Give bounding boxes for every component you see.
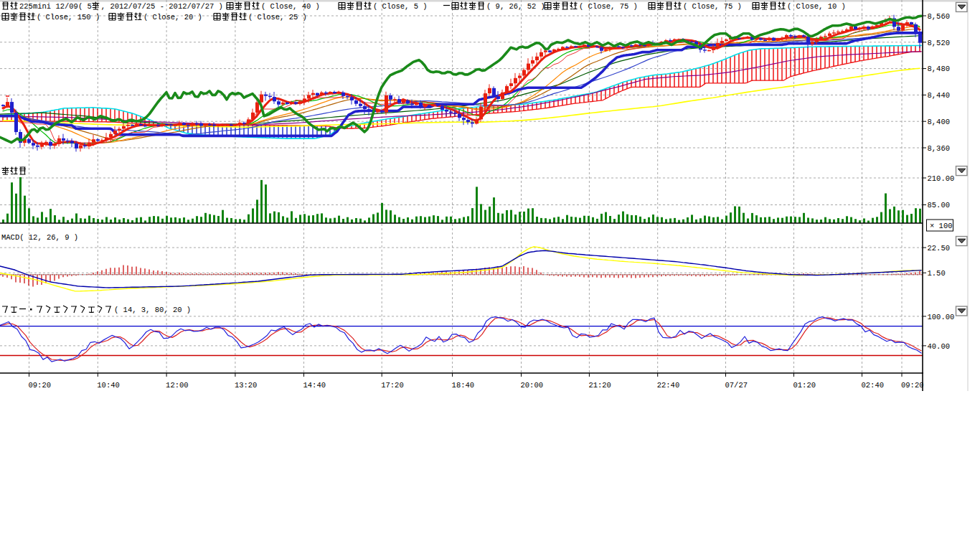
svg-text:× 100: × 100 — [930, 222, 953, 230]
svg-text:22:40: 22:40 — [657, 381, 680, 390]
svg-text:12:00: 12:00 — [166, 381, 189, 390]
svg-text:8,560: 8,560 — [928, 12, 951, 21]
svg-text:210.00: 210.00 — [928, 174, 955, 183]
svg-text:09:20: 09:20 — [901, 381, 924, 390]
svg-text:( Close, 25 ): ( Close, 25 ) — [248, 13, 307, 22]
svg-text:8,360: 8,360 — [928, 144, 951, 153]
svg-text:09:20: 09:20 — [29, 381, 52, 390]
svg-text:( Close, 75 ): ( Close, 75 ) — [683, 2, 742, 11]
svg-text:85.00: 85.00 — [928, 201, 951, 209]
svg-text:02:40: 02:40 — [862, 381, 885, 390]
svg-text:20:00: 20:00 — [521, 381, 544, 390]
svg-text:( Close, 10 ): ( Close, 10 ) — [787, 2, 846, 11]
svg-text:01:20: 01:20 — [793, 381, 816, 390]
svg-text:13:20: 13:20 — [235, 381, 258, 390]
svg-text:07/27: 07/27 — [725, 381, 748, 390]
svg-text:17:20: 17:20 — [381, 381, 404, 390]
svg-text:8,480: 8,480 — [928, 65, 951, 73]
svg-text:( 9, 26, 52 ): ( 9, 26, 52 ) — [486, 2, 545, 11]
svg-text:14:40: 14:40 — [303, 381, 326, 390]
svg-text:8,520: 8,520 — [928, 39, 951, 47]
svg-text:22.50: 22.50 — [928, 244, 951, 253]
svg-text:( Close, 40 ): ( Close, 40 ) — [261, 2, 320, 11]
svg-text:10:40: 10:40 — [97, 381, 120, 390]
svg-text:100.00: 100.00 — [928, 313, 955, 321]
svg-text:( Close, 150 ): ( Close, 150 ) — [37, 13, 100, 22]
svg-text:8,400: 8,400 — [928, 118, 951, 126]
svg-text:21:20: 21:20 — [588, 381, 611, 390]
svg-text:( Close, 75 ): ( Close, 75 ) — [579, 2, 638, 11]
svg-text:8,440: 8,440 — [928, 91, 951, 100]
svg-text:18:40: 18:40 — [452, 381, 475, 390]
svg-text:( 14, 3, 80, 20 ): ( 14, 3, 80, 20 ) — [114, 306, 191, 314]
svg-text:MACD( 12, 26, 9 ): MACD( 12, 26, 9 ) — [1, 233, 78, 242]
svg-text:1.50: 1.50 — [928, 269, 946, 278]
svg-text:( Close, 5 ): ( Close, 5 ) — [373, 2, 428, 11]
svg-text:, 2012/07/25 - 2012/07/27 ): , 2012/07/25 - 2012/07/27 ) — [101, 2, 223, 11]
svg-text:40.00: 40.00 — [928, 342, 951, 351]
svg-text:( Close, 20 ): ( Close, 20 ) — [143, 13, 202, 22]
svg-text:225mini 12/09( 5: 225mini 12/09( 5 — [19, 2, 92, 11]
